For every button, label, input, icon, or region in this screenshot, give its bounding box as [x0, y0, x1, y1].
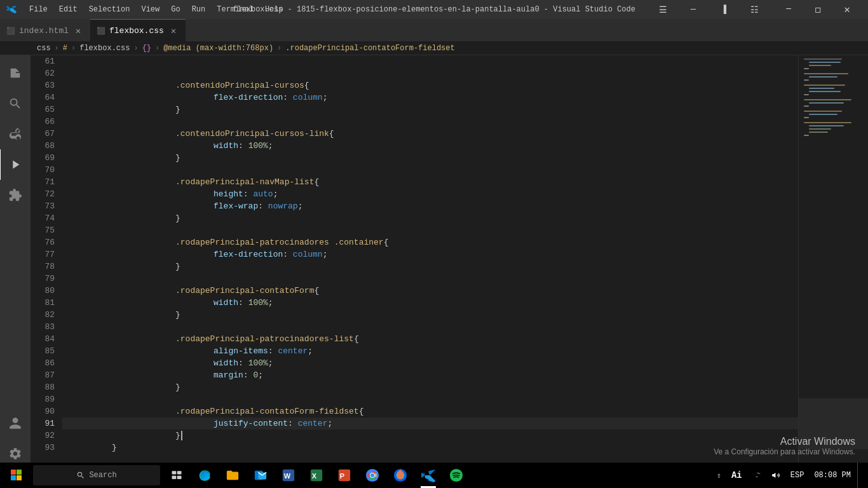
language-label: ESP — [790, 471, 804, 480]
tab-flexbox-css[interactable]: ⬛ flexbox.css ✕ — [90, 19, 186, 41]
code-content[interactable]: .contenidoPrincipal-cursos{ flex-directi… — [62, 55, 798, 474]
tray-ai[interactable]: Ai — [728, 463, 746, 488]
svg-text:X: X — [312, 472, 317, 480]
svg-rect-20 — [809, 128, 831, 130]
breadcrumb-media[interactable]: @media (max-width:768px) — [163, 44, 273, 53]
vscode-taskbar-icon[interactable] — [414, 463, 442, 488]
tab-close-index-html[interactable]: ✕ — [72, 25, 84, 36]
svg-rect-1 — [804, 58, 842, 60]
tab-bar: ⬛ index.html ✕ ⬛ flexbox.css ✕ — [0, 19, 868, 41]
line-num-91: 91 — [31, 417, 55, 430]
tray-language[interactable]: ESP — [787, 463, 808, 488]
svg-rect-21 — [809, 132, 828, 133]
main-layout: 61 62 63 64 65 66 67 68 69 70 71 72 73 7… — [0, 55, 868, 474]
windows-logo-icon — [11, 470, 22, 481]
svg-rect-2 — [809, 62, 841, 63]
tab-label-flexbox-css: flexbox.css — [109, 26, 164, 36]
line-num-79: 79 — [31, 273, 55, 285]
svg-rect-29 — [177, 471, 182, 474]
clock-time: 08:08 PM — [814, 470, 851, 481]
menu-edit[interactable]: Edit — [54, 3, 83, 17]
activity-extensions[interactable] — [0, 180, 31, 210]
activity-explorer[interactable] — [0, 58, 31, 88]
spotify-icon — [449, 468, 463, 482]
svg-rect-10 — [809, 91, 841, 92]
minimize-button[interactable]: − — [774, 0, 803, 19]
activity-account[interactable] — [0, 408, 31, 438]
activity-source-control[interactable] — [0, 119, 31, 149]
code-line-66: .contenidoPrincipal-cursos-link{ — [62, 116, 798, 128]
tray-network[interactable] — [749, 463, 765, 488]
word-icon: W — [281, 468, 295, 482]
task-view-button[interactable] — [163, 463, 191, 488]
line-num-85: 85 — [31, 345, 55, 357]
activity-search[interactable] — [0, 88, 31, 119]
network-icon — [752, 471, 761, 480]
menu-selection[interactable]: Selection — [84, 3, 135, 17]
edge-taskbar-icon[interactable] — [191, 463, 219, 488]
taskbar-search[interactable]: Search — [33, 465, 160, 485]
svg-rect-31 — [177, 476, 182, 479]
breadcrumb-file[interactable]: flexbox.css — [79, 44, 130, 53]
code-line-83: .rodapePrincipal-patrocinadores-list{ — [62, 321, 798, 333]
outlook-taskbar-icon[interactable] — [247, 463, 275, 488]
svg-rect-18 — [804, 122, 851, 123]
start-button[interactable] — [3, 463, 31, 488]
powerpoint-taskbar-icon[interactable]: P — [330, 463, 358, 488]
customize-layout-icon[interactable]: ☷ — [740, 0, 769, 19]
tray-clock[interactable]: 08:08 PM — [810, 463, 855, 488]
svg-rect-26 — [11, 475, 16, 480]
editor-area[interactable]: 61 62 63 64 65 66 67 68 69 70 71 72 73 7… — [31, 55, 868, 474]
maximize-button[interactable]: ◻ — [803, 0, 832, 19]
tray-volume[interactable] — [768, 463, 784, 488]
line-num-72: 72 — [31, 188, 55, 200]
toggle-secondary-sidebar-icon[interactable]: ▐ — [709, 0, 738, 19]
file-explorer-taskbar-icon[interactable] — [219, 463, 247, 488]
close-button[interactable]: ✕ — [832, 0, 862, 19]
word-taskbar-icon[interactable]: W — [275, 463, 302, 488]
code-container: 61 62 63 64 65 66 67 68 69 70 71 72 73 7… — [31, 55, 868, 474]
svg-rect-30 — [172, 476, 177, 479]
line-num-74: 74 — [31, 212, 55, 224]
svg-rect-9 — [809, 88, 834, 89]
svg-rect-11 — [804, 94, 809, 95]
tray-chevron[interactable]: ⇧ — [713, 463, 725, 488]
code-line-79: .rodapePrincipal-contatoForm{ — [62, 273, 798, 285]
taskbar: Search W — [0, 463, 868, 488]
line-num-61: 61 — [31, 55, 55, 67]
menu-run[interactable]: Run — [187, 3, 211, 17]
chrome-taskbar-icon[interactable] — [358, 463, 386, 488]
code-line-70: .rodapePrincipal-navMap-list{ — [62, 164, 798, 176]
svg-rect-27 — [17, 475, 22, 480]
volume-icon — [771, 471, 780, 480]
tray-show-hidden-icon: ⇧ — [717, 471, 721, 480]
firefox-taskbar-icon[interactable] — [386, 463, 414, 488]
breadcrumb-hash[interactable]: # — [63, 44, 67, 53]
menu-view[interactable]: View — [136, 3, 165, 17]
menu-file[interactable]: File — [24, 3, 53, 17]
toggle-sidebar-icon[interactable]: ☰ — [648, 0, 677, 19]
window-controls: ☰ ─ ▐ ☷ − ◻ ✕ — [648, 0, 862, 19]
show-desktop-button[interactable] — [857, 463, 865, 488]
code-line-89: .rodapePrincipal-contatoForm-fieldset{ — [62, 393, 798, 405]
tab-index-html[interactable]: ⬛ index.html ✕ — [0, 19, 90, 41]
line-num-78: 78 — [31, 261, 55, 273]
spotify-taskbar-icon[interactable] — [442, 463, 470, 488]
svg-rect-7 — [804, 79, 809, 81]
edge-browser-icon — [198, 468, 212, 482]
tab-close-flexbox-css[interactable]: ✕ — [168, 25, 179, 36]
breadcrumb-braces[interactable]: {} — [142, 44, 151, 53]
line-num-67: 67 — [31, 128, 55, 140]
activity-run-debug[interactable] — [0, 149, 30, 180]
toggle-panel-icon[interactable]: ─ — [679, 0, 708, 19]
excel-taskbar-icon[interactable]: X — [302, 463, 330, 488]
line-num-81: 81 — [31, 297, 55, 309]
breadcrumb-selector[interactable]: .rodapePrincipal-contatoForm-fieldset — [285, 44, 454, 53]
svg-rect-3 — [809, 65, 831, 66]
svg-rect-25 — [17, 470, 22, 475]
breadcrumb: css › # › flexbox.css › {} › @media (max… — [0, 41, 868, 55]
outlook-icon — [254, 468, 268, 482]
svg-rect-17 — [804, 117, 809, 118]
breadcrumb-css[interactable]: css — [37, 44, 51, 53]
menu-go[interactable]: Go — [166, 3, 185, 17]
